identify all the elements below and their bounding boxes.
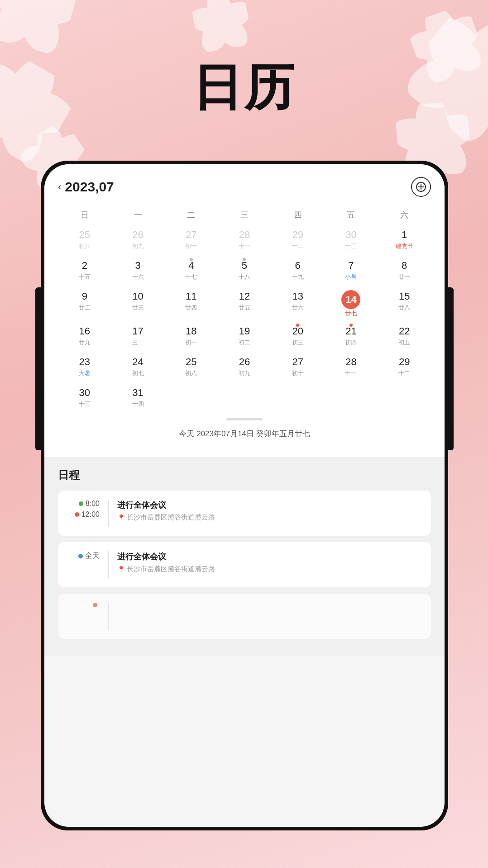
calendar-day[interactable]: 28十一 (325, 353, 378, 384)
event-title: 进行全体会议 (117, 500, 421, 510)
calendar-day[interactable]: 31十四 (111, 384, 165, 415)
calendar-day[interactable]: 19初二 (218, 322, 271, 353)
schedule-divider (108, 551, 109, 578)
weekdays-row: 日 一 二 三 四 五 六 (58, 208, 431, 222)
calendar-day[interactable]: 4十七 (164, 257, 218, 287)
side-bar-right (446, 287, 454, 450)
day-number: 21 (345, 325, 356, 338)
calendar-day[interactable]: 11廿四 (164, 287, 218, 322)
calendar-day[interactable]: 27初十 (164, 226, 218, 257)
schedule-title: 日程 (58, 468, 431, 482)
calendar-day[interactable]: 27初十 (271, 353, 325, 384)
calendar-day[interactable]: 21初四 (325, 322, 378, 353)
day-sub: 廿四 (185, 304, 197, 312)
calendar-day[interactable]: 17三十 (111, 322, 165, 353)
day-number: 25 (186, 356, 196, 369)
day-number: 22 (399, 325, 410, 338)
weekday-thu: 四 (271, 208, 325, 222)
calendar-day[interactable]: 26初九 (218, 353, 271, 384)
calendar-day[interactable]: 22初五 (378, 322, 431, 353)
day-sub: 廿三 (132, 304, 144, 312)
app-title: 日历 (0, 54, 488, 122)
start-time: 8:00 (86, 500, 100, 508)
schedule-item-partial[interactable] (58, 594, 431, 639)
event-dot (349, 324, 353, 327)
end-time: 12:00 (81, 510, 100, 519)
today-info: 今天 2023年07月14日 癸卯年五月廿七 (58, 426, 431, 448)
schedule-item[interactable]: 8:00 12:00 进行全体会议 📍 长沙市岳麓区麓谷街道麓云路 (58, 491, 431, 536)
calendar-day[interactable]: 13廿六 (271, 287, 325, 322)
schedule-time-column: 全天 (68, 551, 100, 561)
weekday-sun: 日 (58, 208, 111, 222)
schedule-time-column (68, 603, 100, 607)
calendar-day[interactable]: 7小暑 (325, 257, 378, 287)
day-number: 30 (345, 229, 356, 242)
day-sub: 初三 (292, 339, 304, 347)
calendar-day[interactable]: 23大暑 (58, 353, 111, 384)
calendar-day[interactable]: 3十六 (111, 257, 165, 287)
day-number: 16 (79, 325, 90, 338)
day-sub: 大暑 (79, 369, 91, 377)
calendar-nav: ‹ 2023,07 (58, 179, 114, 195)
day-number: 23 (79, 356, 90, 369)
day-sub: 十九 (292, 273, 304, 281)
day-number: 29 (292, 229, 303, 242)
day-sub: 廿九 (79, 339, 91, 347)
day-number: 18 (186, 325, 196, 338)
prev-month-button[interactable]: ‹ (58, 181, 61, 193)
calendar-header: ‹ 2023,07 (58, 177, 431, 197)
time-entry (93, 603, 100, 607)
day-number: 8 (402, 259, 407, 272)
calendar-day[interactable]: 24初七 (111, 353, 165, 384)
calendar-day[interactable]: 6十九 (271, 257, 325, 287)
calendar-day[interactable]: 1建党节 (378, 226, 431, 257)
day-sub: 廿六 (292, 304, 304, 312)
calendar-day[interactable]: 12廿五 (218, 287, 271, 322)
add-event-button[interactable] (411, 177, 431, 197)
calendar-day[interactable]: 5十八 (218, 257, 271, 287)
calendar-day[interactable]: 10廿三 (111, 287, 165, 322)
calendar-day[interactable]: 9廿二 (58, 287, 111, 322)
calendar-day[interactable]: 16廿九 (58, 322, 111, 353)
side-bar-left (35, 287, 43, 450)
calendar-day[interactable]: 18初一 (164, 322, 218, 353)
month-title: 2023,07 (65, 179, 114, 195)
calendar-day[interactable]: 25初八 (164, 353, 218, 384)
day-sub: 初五 (398, 339, 410, 347)
day-sub: 十二 (292, 242, 304, 250)
calendar-day[interactable]: 2十五 (58, 257, 111, 287)
day-number: 26 (132, 229, 143, 242)
day-number: 15 (399, 290, 410, 303)
day-sub: 十一 (345, 369, 357, 377)
calendar-day[interactable]: 15廿八 (378, 287, 431, 322)
phone-inner: ‹ 2023,07 日 一 二 三 四 五 六 (44, 164, 445, 827)
day-sub: 初九 (239, 369, 250, 377)
calendar-day[interactable]: 29十二 (378, 353, 431, 384)
day-sub: 小暑 (345, 273, 357, 281)
event-location: 📍 长沙市岳麓区麓谷街道麓云路 (117, 565, 421, 573)
day-sub: 建党节 (396, 242, 413, 250)
phone-frame: ‹ 2023,07 日 一 二 三 四 五 六 (41, 161, 448, 830)
time-entry-end: 12:00 (75, 510, 100, 519)
day-sub: 初十 (185, 242, 197, 250)
calendar-day[interactable]: 29十二 (271, 226, 325, 257)
schedule-section: 日程 8:00 12:00 进行全体会议 � (44, 457, 445, 656)
day-sub: 廿七 (345, 310, 357, 318)
day-number: 14 (341, 290, 360, 309)
weekday-fri: 五 (325, 208, 378, 222)
calendar-day[interactable]: 8廿一 (378, 257, 431, 287)
day-number: 27 (292, 356, 303, 369)
day-number: 12 (239, 290, 250, 303)
calendar-day[interactable]: 14廿七 (325, 287, 378, 322)
calendar-day[interactable]: 28十一 (218, 226, 271, 257)
allday-label: 全天 (85, 551, 100, 561)
day-sub: 廿五 (239, 304, 250, 312)
calendar-day[interactable]: 26初九 (111, 226, 165, 257)
calendar-day[interactable]: 30十三 (325, 226, 378, 257)
day-sub: 十五 (79, 273, 91, 281)
calendar-day[interactable]: 25初八 (58, 226, 111, 257)
dot-green (79, 501, 83, 506)
calendar-day[interactable]: 30十三 (58, 384, 111, 415)
calendar-day[interactable]: 20初三 (271, 322, 325, 353)
schedule-item[interactable]: 全天 进行全体会议 📍 长沙市岳麓区麓谷街道麓云路 (58, 542, 431, 587)
